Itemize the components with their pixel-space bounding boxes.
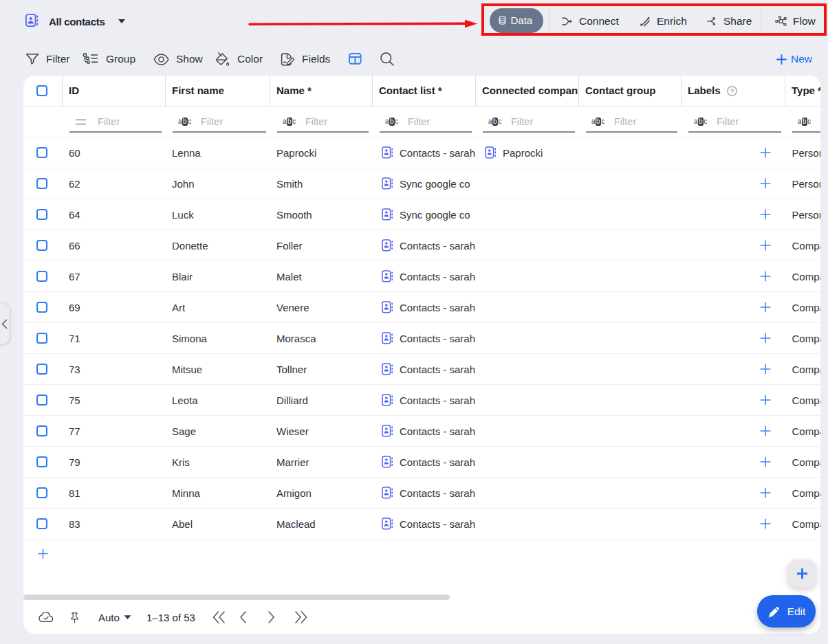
svg-text:?: ? bbox=[730, 87, 734, 94]
